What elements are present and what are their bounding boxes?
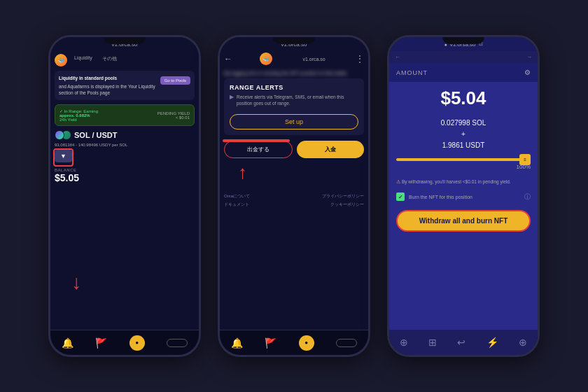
- in-range-period: 24h Yield: [59, 118, 98, 122]
- dropdown-container: ▼: [55, 150, 72, 165]
- bottom-nav-home[interactable]: ●: [130, 335, 145, 351]
- burn-checkbox-row: ✓ Burn the NFT for this position ⓘ: [389, 190, 538, 204]
- action-buttons-row: 出金する 入金 ↑: [224, 141, 364, 158]
- p3-nav-forward[interactable]: →: [526, 54, 532, 60]
- phone-2: v1.orca.so ← 🐳 v1.orca.so ⋮ By logging i…: [218, 35, 370, 357]
- p3-nav-back-btn[interactable]: ↩: [457, 337, 465, 348]
- in-range-badge: ✓ In Range: Earning approx. 0.682% 24h Y…: [55, 104, 195, 126]
- footer-about[interactable]: Orcaについて: [224, 193, 250, 200]
- withdraw-all-container: Withdraw all and burn NFT: [396, 210, 531, 232]
- range-alerts-text: Receive alerts via Telegram, SMS, or ema…: [237, 94, 358, 106]
- bottom-nav-flag[interactable]: 🚩: [95, 337, 107, 349]
- withdraw-deposit-row: 出金する 入金: [224, 141, 364, 158]
- arrow-up-1: ↑: [71, 274, 81, 296]
- withdraw-red-highlight: [223, 139, 290, 142]
- slider-section: ≡ 100%: [389, 154, 538, 174]
- phone-1: v1.orca.so 🐳 Liquidity その他 Go to Pools L…: [48, 35, 201, 357]
- phone-notch-2: [273, 37, 315, 44]
- p3-nav-grid[interactable]: ⊞: [428, 337, 437, 348]
- burn-label: Burn the NFT for this position: [409, 195, 472, 200]
- range-alerts-section: RANGE ALERTS ▶ Receive alerts via Telegr…: [224, 78, 364, 135]
- token-icons: [55, 130, 71, 140]
- info-box-subtext: and Aquafarms is displayed in the Your L…: [59, 83, 190, 96]
- price-range: 93.081364 - 140.98496 USDY per SOL: [55, 143, 195, 147]
- withdraw-btn-2[interactable]: 出金する: [224, 141, 293, 158]
- footer-cookies[interactable]: クッキーポリシー: [330, 202, 364, 208]
- menu-icon-2[interactable]: ⋮: [356, 54, 364, 64]
- token1-amount: 0.027998 SOL: [395, 118, 532, 129]
- bottom-nav-home-2[interactable]: ●: [299, 335, 314, 351]
- deposit-btn-2[interactable]: 入金: [297, 141, 364, 158]
- phone-screen-2: v1.orca.so ← 🐳 v1.orca.so ⋮ By logging i…: [220, 37, 368, 355]
- amount-header: AMOUNT ⚙: [389, 63, 538, 82]
- setup-btn[interactable]: Set up: [230, 114, 358, 130]
- nav-tabs-1: 🐳 Liquidity その他: [50, 51, 199, 66]
- bottom-nav-bell[interactable]: 🔔: [62, 337, 74, 349]
- orca-logo-1: 🐳: [55, 54, 67, 66]
- slider-track: ≡: [396, 158, 531, 161]
- p3-nav-globe[interactable]: ⊕: [400, 337, 408, 348]
- pending-label: PENDING YIELD: [158, 111, 190, 115]
- in-range-left: ✓ In Range: Earning approx. 0.682% 24h Y…: [59, 108, 98, 122]
- footer-docs[interactable]: ドキュメント: [224, 202, 249, 208]
- orca-logo-2: 🐳: [260, 52, 272, 65]
- phone-3: ● v1.orsa.so ⊡ ← → AMOUNT ⚙ $5.04 0.0279…: [387, 35, 540, 357]
- p1-main-content: Go to Pools Liquidity in standard pools …: [50, 66, 199, 330]
- pending-value: < $0.01: [158, 115, 190, 120]
- in-range-right: PENDING YIELD < $0.01: [158, 111, 190, 120]
- burn-info-icon[interactable]: ⓘ: [524, 192, 531, 202]
- info-box-1: Go to Pools Liquidity in standard pools …: [55, 71, 195, 100]
- p2-main-content: By logging into or sending the NFT posit…: [220, 66, 368, 330]
- balance-value: $5.05: [55, 172, 195, 183]
- tab-liquidity-1[interactable]: Liquidity: [71, 54, 95, 66]
- range-alerts-title: RANGE ALERTS: [230, 84, 358, 91]
- tab-other-1[interactable]: その他: [99, 54, 120, 66]
- in-range-label: ✓ In Range: Earning: [59, 108, 98, 113]
- warning-text: ⚠ By withdrawing, you'll harvest <$0.01 …: [389, 174, 538, 190]
- amount-title: AMOUNT: [396, 69, 428, 76]
- bottom-nav-bell-2[interactable]: 🔔: [231, 337, 243, 349]
- p3-top-nav: ← →: [389, 51, 538, 63]
- amount-usd: $5.04: [389, 82, 538, 115]
- phone-screen-1: v1.orca.so 🐳 Liquidity その他 Go to Pools L…: [50, 37, 199, 355]
- bottom-nav-search-2[interactable]: [336, 339, 357, 347]
- slider-fill: [396, 158, 531, 161]
- tab-liquidity-2: v1.orca.so: [300, 55, 328, 63]
- p3-bottom-nav: ⊕ ⊞ ↩ ⚡ ⊕: [389, 330, 538, 355]
- pair-name: SOL / USDT: [74, 131, 118, 139]
- phone-notch-3: [442, 37, 484, 44]
- p3-nav-add[interactable]: ⊕: [519, 337, 527, 348]
- phone-screen-3: ● v1.orsa.so ⊡ ← → AMOUNT ⚙ $5.04 0.0279…: [389, 37, 538, 355]
- phone-notch-1: [104, 37, 146, 44]
- back-btn-2[interactable]: ←: [224, 54, 232, 64]
- plus-sign: +: [395, 129, 532, 140]
- footer-links: Orcaについて プライバシーポリシー ドキュメント クッキーポリシー: [224, 193, 364, 208]
- p3-nav-back[interactable]: ←: [395, 54, 400, 60]
- withdraw-all-btn[interactable]: Withdraw all and burn NFT: [396, 210, 531, 232]
- phone-bottom-nav-2: 🔔 🚩 ●: [220, 330, 368, 355]
- token2-amount: 1.9861 USDT: [395, 140, 532, 151]
- p3-nav-flash[interactable]: ⚡: [486, 337, 498, 348]
- goto-pools-btn[interactable]: Go to Pools: [160, 76, 190, 85]
- bottom-nav-flag-2[interactable]: 🚩: [265, 337, 276, 349]
- slider-thumb[interactable]: ≡: [519, 154, 531, 165]
- sol-usdt-header: SOL / USDT: [55, 130, 195, 140]
- settings-icon[interactable]: ⚙: [524, 69, 531, 76]
- dropdown-red-highlight: [53, 148, 74, 167]
- token-amounts: 0.027998 SOL + 1.9861 USDT: [389, 115, 538, 154]
- arrow-up-2: ↑: [238, 162, 247, 183]
- blurred-text: By logging into or sending the NFT posit…: [224, 71, 364, 76]
- footer-privacy[interactable]: プライバシーポリシー: [322, 193, 364, 200]
- burn-checkbox[interactable]: ✓: [396, 192, 405, 201]
- warning-label: By withdrawing, you'll harvest <$0.01 in…: [402, 179, 511, 184]
- phone-bottom-nav-1: 🔔 🚩 ●: [50, 330, 199, 355]
- nav-row-2: ← 🐳 v1.orca.so ⋮: [220, 51, 368, 66]
- slider-label: 100%: [396, 164, 531, 170]
- bottom-nav-search[interactable]: [167, 339, 188, 347]
